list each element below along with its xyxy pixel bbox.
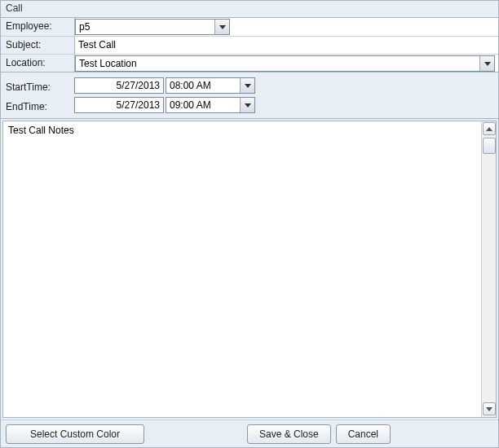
action-buttons: Save & Close Cancel xyxy=(247,424,395,444)
scroll-thumb[interactable] xyxy=(483,138,496,154)
subject-input[interactable]: Test Call xyxy=(74,37,498,54)
employee-label: Employee: xyxy=(1,18,74,36)
chevron-up-icon xyxy=(486,127,492,131)
subject-row: Subject: Test Call xyxy=(1,36,498,54)
save-close-button[interactable]: Save & Close xyxy=(247,424,331,444)
end-time-value[interactable]: 09:00 AM xyxy=(166,98,240,112)
call-dialog: Call Employee: p5 Subject: Test Call Loc… xyxy=(0,0,499,448)
header-fields: Employee: p5 Subject: Test Call Location… xyxy=(1,17,498,72)
location-value[interactable]: Test Location xyxy=(76,56,479,71)
location-label: Location: xyxy=(1,55,74,72)
employee-dropdown-button[interactable] xyxy=(214,20,229,34)
start-row: StartTime: 5/27/2013 08:00 AM xyxy=(1,76,498,95)
start-time-dropdown-button[interactable] xyxy=(240,78,254,93)
scroll-down-button[interactable] xyxy=(483,402,496,415)
notes-scrollbar[interactable] xyxy=(481,121,496,417)
time-fields: StartTime: 5/27/2013 08:00 AM EndTime: 5… xyxy=(1,72,498,119)
chevron-down-icon xyxy=(486,407,492,411)
location-dropdown-button[interactable] xyxy=(479,56,494,71)
chevron-down-icon xyxy=(245,84,251,88)
subject-label: Subject: xyxy=(1,37,74,54)
employee-cell: p5 xyxy=(74,18,498,36)
end-time-dropdown-button[interactable] xyxy=(240,98,254,112)
start-time-value[interactable]: 08:00 AM xyxy=(166,78,240,93)
location-cell: Test Location xyxy=(74,55,498,72)
employee-value[interactable]: p5 xyxy=(76,20,214,34)
location-combobox[interactable]: Test Location xyxy=(75,55,495,72)
chevron-down-icon xyxy=(219,25,226,29)
scroll-up-button[interactable] xyxy=(483,122,496,135)
chevron-down-icon xyxy=(245,103,251,108)
employee-row: Employee: p5 xyxy=(1,18,498,36)
start-date-input[interactable]: 5/27/2013 xyxy=(74,77,164,94)
notes-area xyxy=(2,121,497,418)
location-row: Location: Test Location xyxy=(1,54,498,72)
cancel-button[interactable]: Cancel xyxy=(336,424,391,444)
select-custom-color-button[interactable]: Select Custom Color xyxy=(6,424,144,444)
start-time-combobox[interactable]: 08:00 AM xyxy=(166,77,255,94)
start-label: StartTime: xyxy=(1,78,74,93)
end-time-combobox[interactable]: 09:00 AM xyxy=(166,97,255,113)
window-title: Call xyxy=(1,1,498,17)
end-row: EndTime: 5/27/2013 09:00 AM xyxy=(1,95,498,115)
end-date-input[interactable]: 5/27/2013 xyxy=(74,97,164,113)
dialog-footer: Select Custom Color Save & Close Cancel xyxy=(1,419,498,447)
chevron-down-icon xyxy=(484,62,491,66)
employee-combobox[interactable]: p5 xyxy=(75,19,230,35)
end-label: EndTime: xyxy=(1,98,74,112)
notes-textarea[interactable] xyxy=(3,121,481,417)
